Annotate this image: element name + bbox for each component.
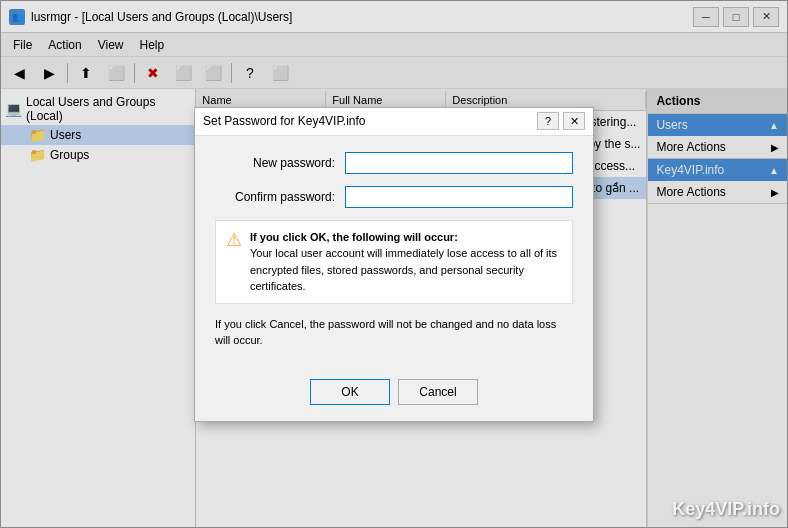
dialog-overlay: Set Password for Key4VIP.info ? ✕ New pa… xyxy=(0,0,788,528)
ok-button[interactable]: OK xyxy=(310,379,390,405)
dialog-title-bar: Set Password for Key4VIP.info ? ✕ xyxy=(195,108,593,136)
warning-title: If you click OK, the following will occu… xyxy=(250,229,562,246)
dialog-close-button[interactable]: ✕ xyxy=(563,112,585,130)
warning-detail: Your local user account will immediately… xyxy=(250,245,562,295)
confirm-password-label: Confirm password: xyxy=(215,190,345,204)
new-password-input[interactable] xyxy=(345,152,573,174)
confirm-password-row: Confirm password: xyxy=(215,186,573,208)
dialog-title: Set Password for Key4VIP.info xyxy=(203,114,366,128)
cancel-info-text: If you click Cancel, the password will n… xyxy=(215,316,573,349)
warning-content: If you click OK, the following will occu… xyxy=(250,229,562,295)
warning-box: ⚠ If you click OK, the following will oc… xyxy=(215,220,573,304)
dialog-footer: OK Cancel xyxy=(195,379,593,421)
dialog-controls: ? ✕ xyxy=(537,112,585,130)
set-password-dialog: Set Password for Key4VIP.info ? ✕ New pa… xyxy=(194,107,594,422)
new-password-row: New password: xyxy=(215,152,573,174)
warning-icon: ⚠ xyxy=(226,229,242,251)
cancel-button[interactable]: Cancel xyxy=(398,379,478,405)
new-password-label: New password: xyxy=(215,156,345,170)
confirm-password-input[interactable] xyxy=(345,186,573,208)
dialog-help-button[interactable]: ? xyxy=(537,112,559,130)
dialog-body: New password: Confirm password: ⚠ If you… xyxy=(195,136,593,379)
